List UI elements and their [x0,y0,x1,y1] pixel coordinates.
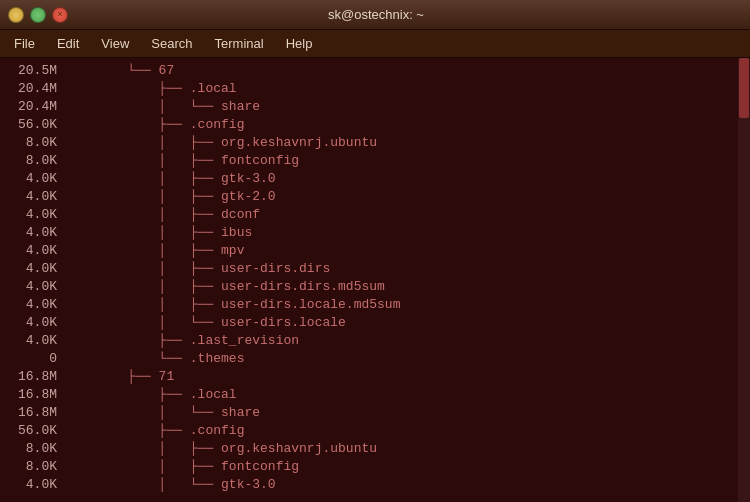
table-row: 4.0K │ ├── user-dirs.dirs [0,260,736,278]
size-value: 4.0K [0,224,65,242]
size-value: 4.0K [0,188,65,206]
window-controls: × [8,7,68,23]
table-row: 16.8M │ └── share [0,404,736,422]
tree-entry: │ ├── fontconfig [65,458,736,476]
menu-item-view[interactable]: View [91,33,139,54]
size-value: 8.0K [0,458,65,476]
table-row: 4.0K │ ├── ibus [0,224,736,242]
tree-entry: │ ├── dconf [65,206,736,224]
size-value: 56.0K [0,116,65,134]
tree-entry: │ ├── mpv [65,242,736,260]
tree-entry: │ └── share [65,98,736,116]
table-row: 4.0K │ ├── user-dirs.locale.md5sum [0,296,736,314]
menu-item-help[interactable]: Help [276,33,323,54]
menu-item-search[interactable]: Search [141,33,202,54]
menu-item-file[interactable]: File [4,33,45,54]
tree-entry: │ ├── org.keshavnrj.ubuntu [65,440,736,458]
tree-entry: │ └── share [65,404,736,422]
table-row: 8.0K │ ├── fontconfig [0,458,736,476]
tree-entry: │ ├── user-dirs.dirs [65,260,736,278]
window-title: sk@ostechnix: ~ [68,7,684,22]
size-value: 0 [0,350,65,368]
size-value: 16.8M [0,386,65,404]
table-row: 8.0K │ ├── org.keshavnrj.ubuntu [0,134,736,152]
table-row: 4.0K │ ├── mpv [0,242,736,260]
table-row: 8.0K │ ├── fontconfig [0,152,736,170]
tree-entry: ├── .config [65,422,736,440]
size-value: 4.0K [0,332,65,350]
size-value: 20.5M [0,62,65,80]
tree-entry: │ ├── fontconfig [65,152,736,170]
size-value: 4.0K [0,314,65,332]
tree-entry: ├── .local [65,80,736,98]
tree-entry: │ ├── gtk-2.0 [65,188,736,206]
size-value: 4.0K [0,476,65,494]
size-value: 20.4M [0,98,65,116]
tree-entry: ├── .config [65,116,736,134]
table-row: 4.0K │ ├── dconf [0,206,736,224]
tree-entry: │ ├── user-dirs.dirs.md5sum [65,278,736,296]
close-button[interactable]: × [52,7,68,23]
maximize-button[interactable] [30,7,46,23]
tree-entry: ├── .local [65,386,736,404]
size-value: 8.0K [0,134,65,152]
size-value: 8.0K [0,152,65,170]
minimize-button[interactable] [8,7,24,23]
size-value: 16.8M [0,368,65,386]
table-row: 4.0K │ ├── user-dirs.dirs.md5sum [0,278,736,296]
size-value: 8.0K [0,440,65,458]
table-row: 16.8M ├── .local [0,386,736,404]
table-row: 4.0K │ ├── gtk-2.0 [0,188,736,206]
table-row: 4.0K │ └── gtk-3.0 [0,476,736,494]
tree-entry: ├── .last_revision [65,332,736,350]
table-row: 8.0K │ ├── org.keshavnrj.ubuntu [0,440,736,458]
title-bar: × sk@ostechnix: ~ [0,0,750,30]
tree-entry: │ ├── gtk-3.0 [65,170,736,188]
size-value: 4.0K [0,206,65,224]
size-value: 16.8M [0,404,65,422]
table-row: 20.5M └── 67 [0,62,736,80]
table-row: 4.0K ├── .last_revision [0,332,736,350]
table-row: 0 └── .themes [0,350,736,368]
tree-entry: │ └── gtk-3.0 [65,476,736,494]
scrollbar-thumb[interactable] [739,58,749,118]
tree-entry: └── 67 [65,62,736,80]
size-value: 20.4M [0,80,65,98]
scrollbar-track[interactable] [738,58,750,502]
size-value: 4.0K [0,260,65,278]
size-value: 4.0K [0,296,65,314]
menu-item-terminal[interactable]: Terminal [205,33,274,54]
table-row: 4.0K │ └── user-dirs.locale [0,314,736,332]
menu-bar: FileEditViewSearchTerminalHelp [0,30,750,58]
terminal-content: 20.5M └── 6720.4M ├── .local20.4M │ └── … [0,58,750,502]
table-row: 20.4M ├── .local [0,80,736,98]
tree-entry: └── .themes [65,350,736,368]
lines-container: 20.5M └── 6720.4M ├── .local20.4M │ └── … [0,62,750,494]
table-row: 20.4M │ └── share [0,98,736,116]
menu-item-edit[interactable]: Edit [47,33,89,54]
size-value: 4.0K [0,278,65,296]
tree-entry: │ ├── ibus [65,224,736,242]
tree-entry: │ ├── user-dirs.locale.md5sum [65,296,736,314]
tree-entry: │ └── user-dirs.locale [65,314,736,332]
table-row: 56.0K ├── .config [0,116,736,134]
table-row: 16.8M ├── 71 [0,368,736,386]
tree-entry: │ ├── org.keshavnrj.ubuntu [65,134,736,152]
table-row: 4.0K │ ├── gtk-3.0 [0,170,736,188]
size-value: 56.0K [0,422,65,440]
table-row: 56.0K ├── .config [0,422,736,440]
tree-entry: ├── 71 [65,368,736,386]
size-value: 4.0K [0,170,65,188]
size-value: 4.0K [0,242,65,260]
